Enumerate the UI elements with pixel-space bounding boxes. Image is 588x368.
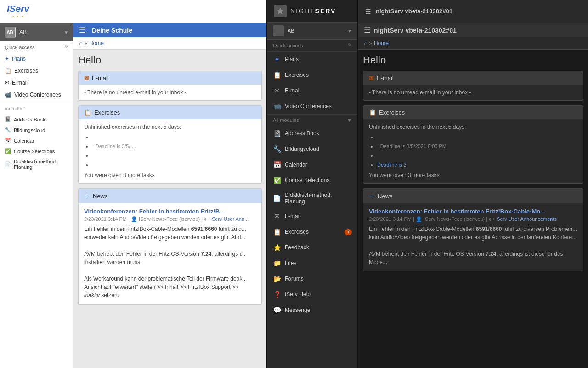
user-avatar: AB (5, 27, 16, 38)
hamburger-icon[interactable]: ☰ (79, 26, 85, 34)
middle-nav-iserv-help[interactable]: ❓ IServ Help (267, 287, 357, 302)
middle-nav-exercises[interactable]: 📋 Exercises (267, 67, 357, 83)
news-tag-link[interactable]: IServ User Ann... (210, 216, 249, 222)
sidebar-item-bildungscloud[interactable]: 🔧Bildungscloud (0, 125, 73, 135)
middle-email-icon: ✉ (273, 86, 281, 95)
exercises-widget-icon: 📋 (84, 109, 91, 116)
middle-modules-chevron[interactable]: ▼ (347, 117, 352, 123)
middle-nav-email2[interactable]: ✉ E-mail (267, 208, 357, 224)
right-home-icon[interactable]: ⌂ (364, 40, 367, 46)
right-main: ☰ nightServ vbeta-210302#01 ⌂ » Home Hel… (358, 23, 588, 368)
sidebar-item-exercises[interactable]: 📋 Exercises (0, 65, 73, 77)
right-school-label: nightServ vbeta-210302#01 (374, 27, 457, 34)
right-news-widget: ＋ News Videokonferenzen: Fehler in besti… (363, 188, 583, 271)
middle-email2-icon: ✉ (273, 212, 281, 220)
middle-bildungscloud-icon: 🔧 (273, 145, 281, 153)
middle-nav-plans[interactable]: ✦ Plans (267, 52, 357, 67)
middle-nav-video[interactable]: 📹 Video Conferences (267, 98, 357, 114)
middle-video-icon: 📹 (273, 102, 281, 110)
middle-dropdown-arrow[interactable]: ▼ (347, 29, 352, 34)
nightserv-logo-text: NIGHTSERV (290, 7, 336, 15)
quick-access-label: Quick access ✎ (0, 41, 74, 53)
right-breadcrumb-sep: » (369, 40, 372, 46)
middle-topbar: NIGHTSERV (267, 0, 357, 23)
user-name: AB (19, 29, 27, 35)
middle-user-icon (273, 25, 284, 36)
news-widget-icon: ＋ (84, 192, 90, 200)
right-nav-bar: ☰ nightServ vbeta-210302#01 (358, 23, 588, 37)
user-bar: AB AB ▼ (0, 23, 74, 41)
plans-icon: ✦ (5, 56, 9, 62)
sidebar-item-video[interactable]: 📹 Video Conferences (0, 89, 73, 101)
middle-nav-course-selections[interactable]: ✅ Course Selections (267, 172, 357, 188)
deadline-link[interactable]: ... (132, 144, 136, 149)
middle-nav-didaktisch[interactable]: 📄 Didaktisch-method. Planung (267, 188, 357, 208)
video-icon: 📹 (5, 92, 11, 98)
email-widget-header: ✉ E-mail (79, 71, 261, 85)
right-breadcrumb-link[interactable]: Home (374, 40, 389, 46)
middle-nav-address-book[interactable]: 📓 Address Book (267, 126, 357, 141)
modules-section-header: modules (0, 103, 73, 114)
user-dropdown-icon[interactable]: ▼ (64, 30, 68, 35)
left-logo: IServ (7, 4, 29, 14)
sidebar-item-plans[interactable]: ✦ Plans (0, 53, 73, 65)
sidebar-item-calendar[interactable]: 📅Calendar (0, 135, 73, 146)
home-icon[interactable]: ⌂ (79, 40, 82, 46)
sidebar-item-email[interactable]: ✉ E-mail (0, 77, 73, 89)
middle-exercises-icon: 📋 (273, 71, 281, 79)
right-school-name: nightServ vbeta-210302#01 (376, 8, 452, 15)
exercise-item-4 (92, 160, 256, 169)
middle-nav-calendar[interactable]: 📅 Calendar (267, 157, 357, 172)
sidebar-item-didaktisch[interactable]: 📄Didaktisch-method. Planung (0, 156, 73, 172)
middle-nav-files[interactable]: 📁 Files (267, 255, 357, 271)
right-news-body: Videokonferenzen: Fehler in bestimmten F… (363, 203, 583, 271)
right-hello: Hello (363, 54, 583, 66)
breadcrumb-separator: » (84, 40, 87, 46)
left-breadcrumb: ⌂ » Home (74, 37, 266, 50)
middle-panel: NIGHTSERV AB ▼ Quick access ✎ ✦ Plans 📋 … (266, 0, 358, 368)
news-body: Ein Fehler in den Fritz!Box-Cable-Modell… (84, 225, 256, 299)
email-widget: ✉ E-mail - There is no unread e-mail in … (78, 71, 262, 101)
middle-calendar-icon: 📅 (273, 161, 281, 169)
exercises-widget-header: 📋 Exercises (79, 106, 261, 119)
middle-nav-exercises2[interactable]: 📋 Exercises 7 (267, 224, 357, 240)
right-news-article-body: Ein Fehler in den Fritz!Box-Cable-Modell… (369, 225, 577, 266)
right-menu-icon[interactable]: ☰ (364, 26, 370, 34)
more-tasks: You were given 3 more tasks (84, 172, 256, 178)
breadcrumb-home-link[interactable]: Home (89, 40, 104, 46)
middle-nav-feedback[interactable]: ⭐ Feedback (267, 240, 357, 255)
right-more-tasks: You were given 3 more tasks (369, 172, 577, 178)
news-widget-header: ＋ News (79, 189, 261, 203)
middle-course-icon: ✅ (273, 176, 281, 184)
left-nav-bar: ☰ Deine Schule (74, 23, 266, 37)
right-news-tag[interactable]: IServ User Announcements (495, 216, 557, 222)
middle-files-icon: 📁 (273, 259, 281, 267)
news-meta: 2/23/2021 3:14 PM | 👤 IServ News-Feed (i… (84, 216, 256, 222)
right-exercise-2: - Deadline is 3/5/2021 6:00 PM (377, 142, 577, 151)
news-article-title[interactable]: Videokonferenzen: Fehler in bestimmten F… (84, 208, 225, 215)
middle-nav-forums[interactable]: 📂 Forums (267, 271, 357, 287)
middle-user-bar: AB ▼ (267, 23, 357, 40)
middle-nav-messenger[interactable]: 💬 Messenger (267, 302, 357, 318)
right-exercises-body: Unfinished exercises in the next 5 days:… (363, 119, 583, 183)
sidebar-item-address-book[interactable]: 📓Address Book (0, 114, 73, 125)
middle-nav-bildungscloud[interactable]: 🔧 Bildungscloud (267, 141, 357, 157)
middle-edit-icon[interactable]: ✎ (348, 42, 352, 48)
middle-nav-email[interactable]: ✉ E-mail (267, 83, 357, 98)
left-main-content: ☰ Deine Schule ⌂ » Home Hello ✉ E-mail -… (74, 23, 266, 368)
middle-feedback-icon: ⭐ (273, 243, 281, 252)
school-name: Deine Schule (92, 27, 132, 34)
edit-quick-access-icon[interactable]: ✎ (64, 44, 68, 50)
right-hamburger-icon[interactable]: ☰ (365, 8, 371, 15)
right-news-title[interactable]: Videokonferenzen: Fehler in bestimmten F… (369, 208, 545, 215)
middle-messenger-icon: 💬 (273, 306, 281, 314)
left-panel: IServ • • • AB AB ▼ Quick access ✎ ✦ Pla… (0, 0, 266, 368)
right-email-body: - There is no unread e-mail in your inbo… (363, 85, 583, 100)
right-exercises-header: 📋 Exercises (363, 106, 583, 119)
right-breadcrumb: ⌂ » Home (358, 37, 588, 50)
right-email-widget: ✉ E-mail - There is no unread e-mail in … (363, 71, 583, 101)
left-sidebar: AB AB ▼ Quick access ✎ ✦ Plans 📋 Exercis… (0, 23, 74, 368)
sidebar-item-course-selections[interactable]: ✅Course Selections (0, 146, 73, 156)
middle-help-icon: ❓ (273, 290, 281, 299)
right-exercise-4: Deadline is 3 (377, 160, 577, 169)
